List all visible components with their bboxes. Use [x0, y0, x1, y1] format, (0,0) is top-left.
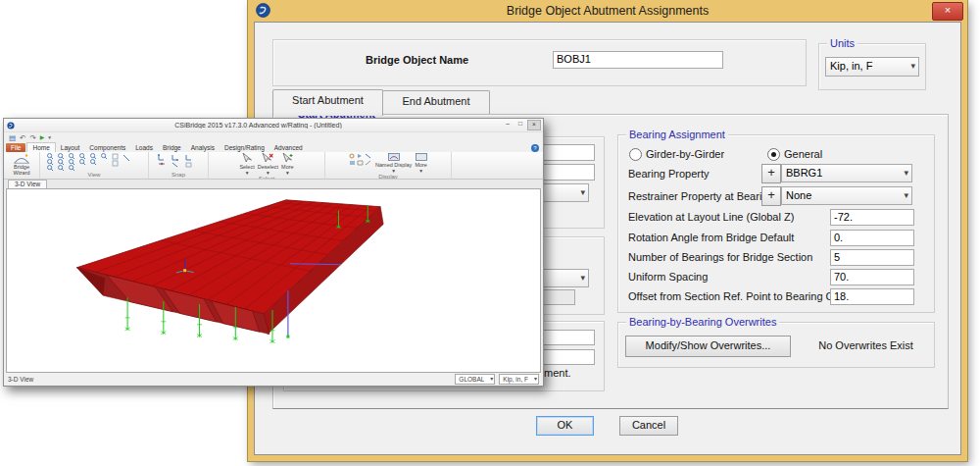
chevron-down-icon: ▾ [490, 375, 493, 384]
close-icon[interactable]: × [932, 2, 963, 21]
csi-logo-icon [7, 122, 15, 129]
ribbon-tab-bridge[interactable]: Bridge [158, 143, 186, 152]
offset-field[interactable]: 18. [830, 288, 914, 305]
zoom-icons [45, 153, 143, 171]
add-restrainer-property-button[interactable]: + [761, 186, 781, 206]
ribbon-group-bridge-wizard[interactable]: Bridge Wizard [4, 152, 40, 179]
help-icon[interactable]: ? [531, 144, 539, 152]
elevation-field[interactable]: -72. [830, 209, 914, 226]
ribbon-group-view[interactable]: View [40, 152, 149, 179]
ribbon-tab-home[interactable]: Home [26, 142, 55, 152]
girder-by-girder-label[interactable]: Girder-by-Girder [646, 148, 724, 160]
ribbon-tab-file[interactable]: File [6, 143, 25, 152]
chevron-down-icon: ▾ [580, 270, 585, 285]
uniform-spacing-field[interactable]: 70. [830, 269, 914, 285]
bridge-object-name-group [272, 39, 807, 86]
elevation-label: Elevation at Layout Line (Global Z) [628, 211, 794, 223]
dialog-title: Bridge Object Abutment Assignments [507, 4, 709, 18]
view-tab-bar: 3-D View [4, 180, 543, 188]
deselect-button[interactable]: Deselect ▾ [258, 153, 278, 176]
status-units-dropdown[interactable]: Kip, in, F ▾ [499, 374, 539, 385]
ribbon-tab-layout[interactable]: Layout [56, 143, 85, 152]
bearing-property-label: Bearing Property [628, 168, 710, 180]
general-radio[interactable] [767, 148, 780, 161]
restore-icon[interactable]: □ [514, 120, 526, 129]
cursor-x-icon [262, 153, 273, 164]
save-icon[interactable]: ▤ [9, 133, 16, 142]
number-of-bearings-field[interactable]: 5 [830, 249, 914, 266]
bridge-wizard-icon [14, 153, 29, 164]
bearing-assignment-group: Bearing Assignment Girder-by-Girder Gene… [617, 134, 935, 313]
chevron-down-icon: ▾ [904, 165, 908, 181]
close-icon[interactable]: × [527, 120, 541, 130]
chevron-down-icon: ▾ [534, 375, 537, 384]
ok-button[interactable]: OK [536, 416, 594, 436]
ribbon-tab-loads[interactable]: Loads [130, 143, 158, 152]
restrainer-property-label: Restrainer Property at Bearing [628, 190, 774, 202]
cursor-icon [242, 153, 252, 164]
ribbon-group-display[interactable]: Named Display ▾ More ▾ Display [325, 152, 452, 179]
select-more-button[interactable]: More ▾ [281, 153, 294, 176]
girder-by-girder-radio[interactable] [629, 148, 642, 161]
status-view-label: 3-D View [8, 376, 33, 383]
units-dropdown[interactable]: Kip, in, F ▾ [825, 57, 919, 77]
display-option-icons [349, 153, 372, 167]
tab-start-abutment[interactable]: Start Abutment [272, 89, 383, 116]
cancel-button[interactable]: Cancel [619, 416, 678, 436]
qat-chevron-icon[interactable]: ▾ [48, 133, 51, 142]
number-of-bearings-label: Number of Bearings for Bridge Section [628, 251, 812, 263]
chevron-down-icon: ▾ [580, 184, 585, 200]
csibridge-app-window[interactable]: CSiBridge 2015 v17.3.0 Advanced w/Rating… [3, 118, 544, 387]
add-bearing-property-button[interactable]: + [761, 164, 781, 183]
csi-logo-icon [256, 3, 270, 18]
ribbon-tab-bar: File Home Layout Components Loads Bridge… [4, 142, 543, 152]
redo-icon[interactable]: ↷ [29, 133, 35, 142]
bearing-assignment-title: Bearing Assignment [626, 129, 728, 141]
cursor-plus-icon [282, 153, 293, 164]
coordinate-system-dropdown[interactable]: GLOBAL ▾ [455, 374, 495, 385]
monitor-icon [416, 153, 427, 162]
ribbon: Bridge Wizard View [4, 152, 543, 180]
undo-icon[interactable]: ↶ [20, 133, 25, 142]
ribbon-group-snap[interactable]: Snap [149, 152, 209, 179]
named-display-button[interactable]: Named Display ▾ [375, 153, 412, 174]
snap-icons [157, 153, 200, 171]
note-text-fragment: ment. [544, 367, 571, 379]
units-group-label: Units [827, 37, 858, 50]
overwrites-title: Bearing-by-Bearing Overwrites [626, 316, 779, 329]
app-titlebar[interactable]: CSiBridge 2015 v17.3.0 Advanced w/Rating… [4, 119, 543, 132]
uniform-spacing-label: Uniform Spacing [628, 271, 708, 283]
minimize-icon[interactable]: – [502, 120, 514, 129]
modify-show-overwrites-button[interactable]: Modify/Show Overwrites... [625, 336, 791, 357]
restrainer-property-dropdown[interactable]: None ▾ [781, 186, 912, 205]
offset-label: Offset from Section Ref. Point to Bearin… [628, 290, 858, 302]
bridge-object-name-label: Bridge Object Name [366, 54, 468, 66]
app-title: CSiBridge 2015 v17.3.0 Advanced w/Rating… [15, 122, 502, 129]
rotation-angle-label: Rotation Angle from Bridge Default [628, 232, 794, 243]
status-bar: 3-D View GLOBAL ▾ Kip, in, F ▾ [4, 373, 543, 386]
chevron-down-icon: ▾ [910, 58, 915, 75]
run-analysis-icon[interactable]: ▶ [40, 133, 45, 142]
ribbon-tab-design-rating[interactable]: Design/Rating [220, 143, 270, 152]
3d-view-canvas[interactable] [6, 188, 541, 373]
bridge-model-3d [7, 189, 540, 372]
general-label[interactable]: General [784, 148, 822, 160]
select-button[interactable]: Select ▾ [239, 153, 254, 176]
ribbon-tab-analysis[interactable]: Analysis [186, 143, 220, 152]
bridge-object-name-field[interactable]: BOBJ1 [553, 51, 723, 69]
rotation-angle-field[interactable]: 0. [830, 230, 914, 246]
ribbon-tab-components[interactable]: Components [84, 143, 130, 152]
tab-end-abutment[interactable]: End Abutment [382, 90, 490, 116]
display-more-button[interactable]: More ▾ [415, 153, 427, 174]
ribbon-group-select[interactable]: Select ▾ Deselect ▾ [209, 152, 325, 179]
ribbon-spacer [452, 152, 543, 179]
overwrites-status: No Overwrites Exist [805, 339, 927, 351]
tab-3d-view[interactable]: 3-D View [8, 180, 47, 188]
chevron-down-icon: ▾ [904, 187, 908, 203]
overwrites-group: Bearing-by-Bearing Overwrites Modify/Sho… [617, 322, 935, 368]
bearing-property-dropdown[interactable]: BBRG1 ▾ [781, 164, 912, 182]
dialog-titlebar[interactable]: Bridge Object Abutment Assignments × [248, 0, 967, 22]
quick-access-toolbar: ▤ ↶ ↷ ▶ ▾ [4, 132, 543, 142]
monitor-icon [388, 153, 400, 162]
ribbon-tab-advanced[interactable]: Advanced [270, 143, 308, 152]
